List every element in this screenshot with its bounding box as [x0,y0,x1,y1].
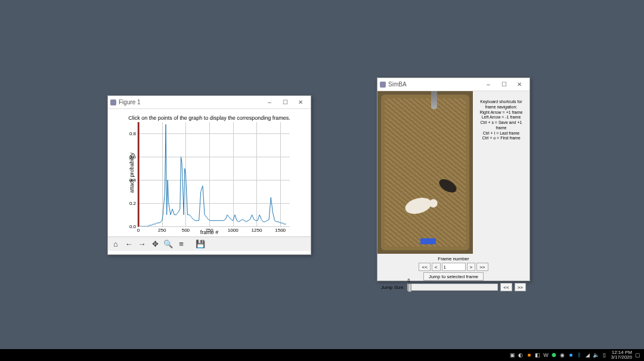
frame-controls: Frame number << < > >> Jump to selected … [377,255,530,294]
prev-frame-button[interactable]: < [432,263,441,271]
simba-title: SimBA [388,81,407,88]
tray-icon[interactable]: ◧ [534,351,541,359]
help-header: Keyboard shortcuts for frame navigation: [475,99,527,110]
tray-icon[interactable]: ◐ [517,351,524,359]
save-button[interactable]: 💾 [194,238,207,251]
minimize-button[interactable]: – [481,79,496,90]
taskbar-clock[interactable]: 12:14 PM 3/17/2020 [611,350,632,360]
notifications-icon[interactable]: ▢ [634,351,641,359]
bluetooth-icon[interactable]: ᛒ [575,351,583,359]
jump-back-button[interactable]: << [500,283,512,291]
minimize-button[interactable]: – [262,97,277,108]
volume-icon[interactable]: 🔈 [592,351,599,359]
video-overlay-label [420,238,436,244]
taskbar-date: 3/17/2020 [611,355,632,360]
maximize-button[interactable]: ☐ [277,97,293,108]
python-icon [380,82,386,88]
tray-icon[interactable]: ■ [567,351,574,359]
network-icon[interactable]: ◢ [584,351,591,359]
help-line: Ctrl + o = First frame [475,136,527,141]
simba-titlebar[interactable]: SimBA – ☐ ✕ [377,78,530,91]
tray-icon[interactable]: ▣ [509,351,516,359]
forward-button[interactable]: → [135,238,148,251]
mpl-toolbar: ⌂ ← → ✥ 🔍 ≡ 💾 [108,236,311,251]
help-line: Ctrl + s = Save and +1 frame [475,120,527,131]
figure-window: Figure 1 – ☐ ✕ Click on the points of th… [107,95,311,255]
figure-titlebar[interactable]: Figure 1 – ☐ ✕ [108,96,311,109]
jump-size-value: 0 [408,278,410,282]
simba-window: SimBA – ☐ ✕ Keyboard shortcuts for frame… [377,77,530,281]
python-icon [110,99,116,105]
tray-icon[interactable]: ■ [525,351,532,359]
jump-size-slider[interactable]: 0 [407,284,499,291]
taskbar[interactable]: ▣ ◐ ■ ◧ W ⬣ ◉ ■ ᛒ ◢ 🔈 ▯ 12:14 PM 3/17/20… [0,349,644,361]
video-frame [377,91,473,254]
frame-number-input[interactable] [442,263,466,271]
chart-title: Click on the points of the graph to disp… [108,115,311,121]
pan-button[interactable]: ✥ [148,238,162,251]
water-nozzle [431,91,437,109]
jump-forward-button[interactable]: >> [515,283,526,291]
frame-number-label: Frame number [381,256,526,262]
help-line: Left Arrow = -1 frame [475,115,527,120]
close-button[interactable]: ✕ [512,79,527,90]
jump-size-label: Jump Size: [381,285,405,290]
help-line: Right Arrow = +1 frame [475,110,527,116]
jump-to-frame-button[interactable]: Jump to selected frame [423,272,484,281]
zoom-button[interactable]: 🔍 [162,238,175,251]
back-button[interactable]: ← [122,238,135,251]
last-frame-button[interactable]: >> [476,263,488,271]
chart-area[interactable]: Click on the points of the graph to disp… [108,109,311,236]
figure-title: Figure 1 [119,99,141,105]
first-frame-button[interactable]: << [419,263,430,271]
tray-icon[interactable]: W [542,351,549,359]
tray-icon[interactable]: ◉ [559,351,566,359]
help-panel: Keyboard shortcuts for frame navigation:… [473,91,530,255]
next-frame-button[interactable]: > [467,263,476,271]
home-button[interactable]: ⌂ [109,238,122,251]
plot-box[interactable]: 0.00.20.40.60.80250500750100012501500 [138,122,290,227]
maximize-button[interactable]: ☐ [496,79,512,90]
subplots-button[interactable]: ≡ [175,238,188,251]
close-button[interactable]: ✕ [293,97,308,108]
battery-icon[interactable]: ▯ [600,351,608,359]
tray-icon[interactable]: ⬣ [550,351,558,359]
help-line: Ctrl + l = Last frame [475,131,527,136]
